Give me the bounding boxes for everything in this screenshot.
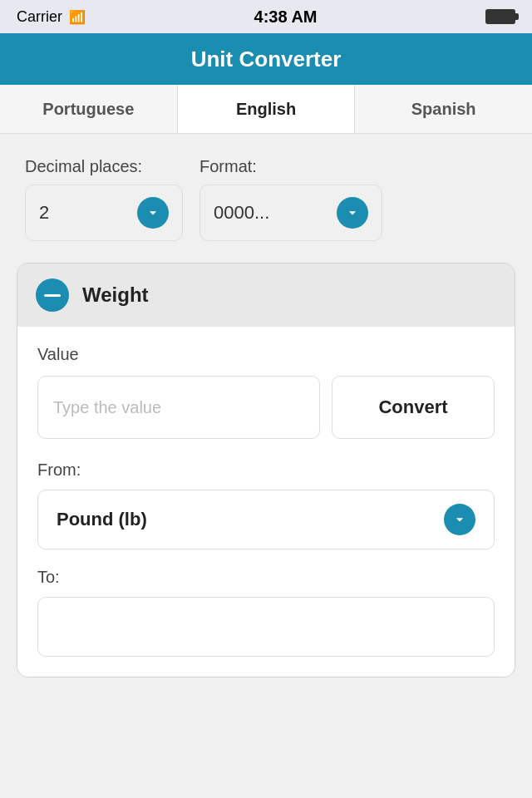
tab-english[interactable]: English <box>178 85 356 133</box>
value-input[interactable] <box>37 376 320 439</box>
decimal-label: Decimal places: <box>25 157 183 176</box>
collapse-button[interactable] <box>36 278 69 312</box>
to-unit-dropdown[interactable] <box>37 597 495 657</box>
convert-button[interactable]: Convert <box>332 376 495 439</box>
decimal-chevron <box>137 197 169 229</box>
carrier-label: Carrier <box>17 8 62 26</box>
format-dropdown[interactable]: 0000... <box>200 185 382 241</box>
tab-portuguese[interactable]: Portuguese <box>0 85 178 133</box>
status-bar: Carrier 📶 4:38 AM <box>0 0 532 33</box>
tab-spanish[interactable]: Spanish <box>355 85 532 133</box>
format-chevron <box>337 197 368 229</box>
chevron-down-icon <box>451 511 468 528</box>
format-label: Format: <box>200 157 382 176</box>
format-value: 0000... <box>214 202 269 224</box>
format-control: Format: 0000... <box>200 157 382 241</box>
weight-section: Weight Value Convert From: Pound (lb) To… <box>17 263 515 677</box>
chevron-down-icon <box>145 204 161 221</box>
battery-icon <box>485 9 515 24</box>
section-title: Weight <box>82 283 149 307</box>
input-convert-row: Convert <box>37 376 495 439</box>
from-unit-dropdown[interactable]: Pound (lb) <box>37 490 495 549</box>
app-title: Unit Converter <box>191 47 342 72</box>
value-label: Value <box>37 345 495 364</box>
chevron-down-icon <box>344 204 361 221</box>
from-unit-value: Pound (lb) <box>57 509 147 530</box>
status-left: Carrier 📶 <box>17 8 86 26</box>
language-tabs: Portuguese English Spanish <box>0 85 532 134</box>
decimal-control: Decimal places: 2 <box>25 157 183 241</box>
section-header: Weight <box>17 264 515 327</box>
decimal-value: 2 <box>39 202 49 224</box>
to-label: To: <box>37 568 495 587</box>
section-content: Value Convert From: Pound (lb) To: <box>17 327 515 677</box>
from-unit-chevron <box>444 504 475 535</box>
app-header: Unit Converter <box>0 33 532 85</box>
controls-row: Decimal places: 2 Format: 0000... <box>0 134 532 254</box>
from-label: From: <box>37 461 495 480</box>
decimal-dropdown[interactable]: 2 <box>25 185 183 241</box>
time-label: 4:38 AM <box>254 7 318 27</box>
wifi-icon: 📶 <box>69 9 86 25</box>
